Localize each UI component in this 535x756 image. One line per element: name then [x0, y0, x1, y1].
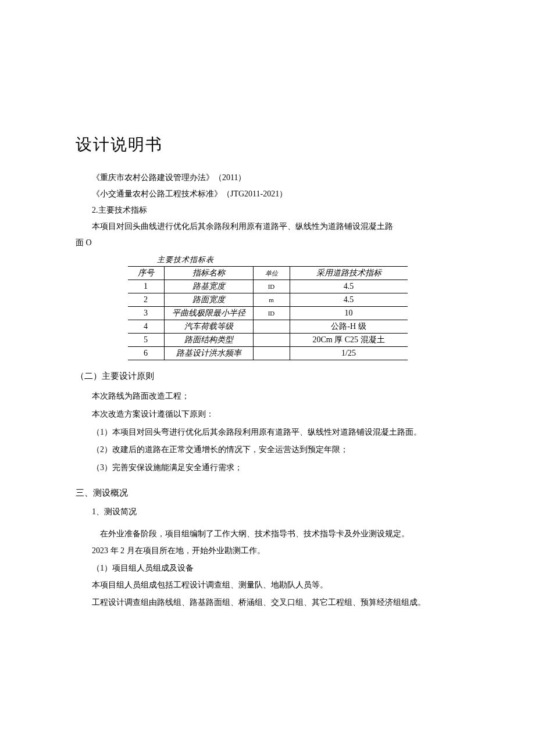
survey-p4: 本项目组人员组成包括工程设计调查组、测量队、地勘队人员等。: [76, 576, 459, 593]
table-row: 3 平曲线极限最小半径 ID 10: [128, 307, 408, 320]
cell-val: 4.5: [290, 293, 408, 307]
tech-indicator-table: 序号 指标名称 单位 采用道路技术指标 1 路基宽度 ID 4.5 2 路面宽度…: [128, 266, 408, 360]
cell-name: 路面结构类型: [164, 334, 253, 347]
page-content: 设计说明书 《重庆市农村公路建设管理办法》（2011） 《小交通量农村公路工程技…: [0, 0, 535, 727]
th-name: 指标名称: [164, 267, 253, 280]
cell-seq: 1: [128, 280, 165, 293]
principles-p1: 本次路线为路面改造工程；: [76, 388, 459, 406]
survey-sub1: 1、测设简况: [76, 507, 459, 517]
reference-1: 《重庆市农村公路建设管理办法》（2011）: [76, 170, 459, 186]
table-caption: 主要技术指标表: [76, 255, 459, 265]
section-2-para-tail: 面 O: [76, 235, 459, 251]
survey-p3: （1）项目组人员组成及设备: [76, 560, 459, 576]
cell-unit: [253, 347, 290, 360]
principles-p2: 本次改造方案设计遵循以下原则：: [76, 406, 459, 424]
cell-val: 10: [290, 307, 408, 320]
cell-name: 路基宽度: [164, 280, 253, 293]
cell-unit: m: [253, 293, 290, 307]
cell-name: 路基设计洪水频率: [164, 347, 253, 360]
principles-item-2: （2）改建后的道路在正常交通增长的情况下，安全运营达到预定年限；: [76, 441, 459, 459]
table-header-row: 序号 指标名称 单位 采用道路技术指标: [128, 267, 408, 280]
cell-name: 路面宽度: [164, 293, 253, 307]
cell-val: 4.5: [290, 280, 408, 293]
cell-seq: 2: [128, 293, 165, 307]
reference-2: 《小交通量农村公路工程技术标准》（JTG2011-2021）: [76, 186, 459, 202]
cell-val: 1/25: [290, 347, 408, 360]
cell-seq: 3: [128, 307, 165, 320]
cell-name: 汽车荷载等级: [164, 320, 253, 334]
cell-seq: 5: [128, 334, 165, 347]
cell-unit: ID: [253, 280, 290, 293]
survey-p1: 在外业准备阶段，项目组编制了工作大纲、技术指导书、技术指导卡及外业测设规定。: [76, 525, 459, 542]
survey-p5: 工程设计调查组由路线组、路基路面组、桥涵组、交叉口组、其它工程组、预算经济组组成…: [76, 594, 459, 611]
principles-item-3: （3）完善安保设施能满足安全通行需求；: [76, 459, 459, 477]
cell-unit: [253, 334, 290, 347]
table-row: 4 汽车荷载等级 公路-H 级: [128, 320, 408, 334]
principles-item-1: （1）本项目对回头弯进行优化后其余路段利用原有道路平、纵线性对道路铺设混凝土路面…: [76, 424, 459, 442]
table-row: 5 路面结构类型 20Cm 厚 C25 混凝土: [128, 334, 408, 347]
cell-val: 20Cm 厚 C25 混凝土: [290, 334, 408, 347]
survey-p2: 2023 年 2 月在项目所在地，开始外业勘测工作。: [76, 542, 459, 559]
cell-val: 公路-H 级: [290, 320, 408, 334]
th-val: 采用道路技术指标: [290, 267, 408, 280]
section-2-para: 本项目对回头曲线进行优化后其余路段利用原有道路平、纵线性为道路铺设混凝土路: [76, 218, 459, 235]
section-2-heading: 2.主要技术指标: [76, 202, 459, 218]
table-row: 2 路面宽度 m 4.5: [128, 293, 408, 307]
document-title: 设计说明书: [76, 134, 459, 156]
table-row: 1 路基宽度 ID 4.5: [128, 280, 408, 293]
cell-unit: ID: [253, 307, 290, 320]
th-unit: 单位: [253, 267, 290, 280]
cell-name: 平曲线极限最小半径: [164, 307, 253, 320]
th-seq: 序号: [128, 267, 165, 280]
survey-heading: 三、测设概况: [76, 488, 459, 499]
cell-seq: 4: [128, 320, 165, 334]
table-row: 6 路基设计洪水频率 1/25: [128, 347, 408, 360]
principles-heading: （二）主要设计原则: [76, 371, 459, 382]
cell-seq: 6: [128, 347, 165, 360]
cell-unit: [253, 320, 290, 334]
